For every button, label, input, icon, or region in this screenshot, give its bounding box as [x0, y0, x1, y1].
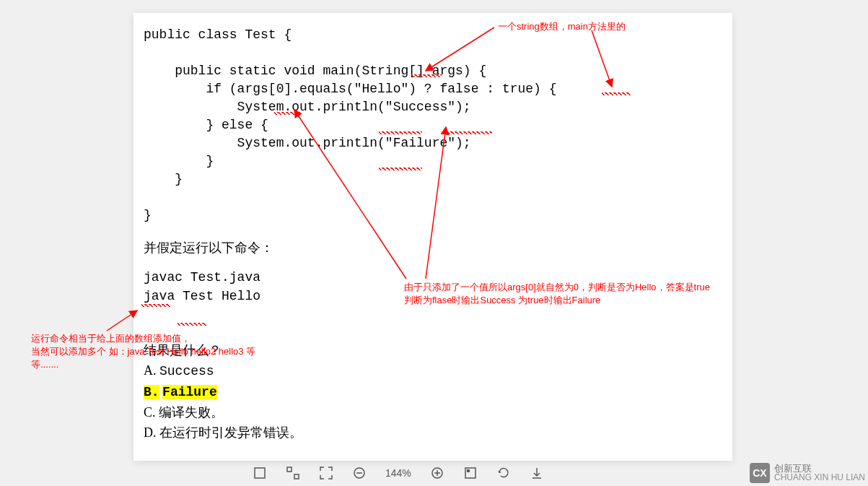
zoom-in-icon[interactable]: [430, 466, 444, 480]
rotate-icon[interactable]: [496, 466, 511, 480]
option-b-text: Failure: [162, 385, 217, 399]
code-block: public class Test { public static void m…: [144, 26, 722, 225]
download-icon[interactable]: [530, 466, 544, 480]
option-d-label: D.: [144, 425, 157, 440]
watermark-line2: CHUANG XIN HU LIAN: [774, 473, 865, 482]
watermark: CX 创新互联 CHUANG XIN HU LIAN: [750, 463, 865, 483]
annotation-right-line2: 判断为flase时输出Success 为true时输出Failure: [404, 294, 722, 307]
option-c-label: C.: [144, 405, 156, 420]
zoom-out-icon[interactable]: [352, 466, 367, 480]
option-d: D. 在运行时引发异常错误。: [144, 422, 722, 443]
fullscreen-icon[interactable]: [319, 466, 333, 480]
squiggle-underline: [447, 131, 492, 134]
watermark-text: 创新互联 CHUANG XIN HU LIAN: [774, 464, 865, 482]
svg-rect-14: [467, 469, 470, 472]
assume-text: 并假定运行以下命令：: [144, 238, 722, 258]
svg-rect-7: [294, 474, 299, 479]
squiggle-underline: [141, 304, 170, 307]
fit-width-icon[interactable]: [286, 466, 300, 480]
svg-line-4: [107, 311, 137, 331]
svg-rect-5: [255, 468, 265, 478]
annotation-left-line1: 运行命令相当于给上面的数组添加值，: [31, 332, 269, 345]
option-d-text: 在运行时引发异常错误。: [159, 425, 302, 440]
viewer-toolbar: 144%: [253, 460, 544, 486]
fit-page-icon[interactable]: [253, 466, 267, 480]
squiggle-underline: [379, 168, 422, 170]
option-b: B. Failure: [144, 381, 722, 402]
squiggle-underline: [379, 131, 422, 134]
squiggle-underline: [411, 74, 442, 77]
option-b-label: B.: [144, 385, 159, 399]
annotation-left-line2: 当然可以添加多个 如：java Test Hello hello2 hello3…: [31, 345, 269, 371]
annotation-right: 由于只添加了一个值所以args[0]就自然为0，判断是否为Hello，答案是tr…: [404, 281, 722, 307]
options-list: A. Success B. Failure C. 编译失败。 D. 在运行时引发…: [144, 360, 722, 443]
thumbnail-icon[interactable]: [463, 466, 478, 480]
document-page: public class Test { public static void m…: [133, 13, 732, 461]
annotation-left: 运行命令相当于给上面的数组添加值， 当然可以添加多个 如：java Test H…: [31, 332, 269, 371]
svg-rect-6: [287, 467, 291, 472]
annotation-right-line1: 由于只添加了一个值所以args[0]就自然为0，判断是否为Hello，答案是tr…: [404, 281, 722, 294]
option-c: C. 编译失败。: [144, 402, 722, 422]
annotation-top: 一个string数组，main方法里的: [498, 20, 626, 33]
squiggle-underline: [274, 112, 300, 115]
watermark-logo: CX: [750, 463, 770, 483]
squiggle-underline: [177, 323, 206, 326]
zoom-level: 144%: [385, 467, 411, 479]
option-c-text: 编译失败。: [159, 405, 224, 420]
squiggle-underline: [602, 92, 631, 95]
